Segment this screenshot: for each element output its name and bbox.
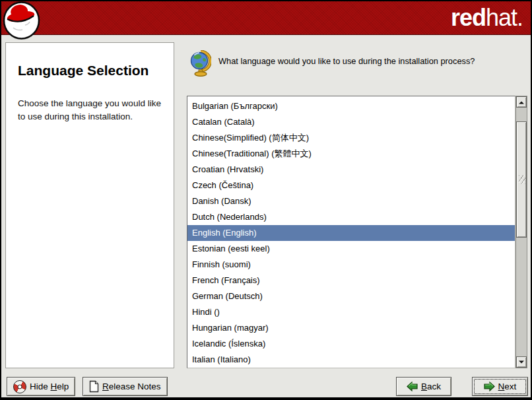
- scroll-down-button[interactable]: [516, 356, 527, 368]
- release-notes-button[interactable]: Release Notes: [83, 377, 168, 396]
- language-list[interactable]: Bulgarian (Български)Catalan (Català)Chi…: [187, 96, 515, 368]
- list-item-selected[interactable]: English (English): [187, 225, 515, 241]
- list-item[interactable]: Croatian (Hrvatski): [187, 162, 515, 178]
- back-button[interactable]: Back: [396, 377, 451, 396]
- list-item[interactable]: Icelandic (Íslenska): [187, 336, 515, 352]
- brand-dot: .: [517, 4, 523, 31]
- redhat-wordmark: redhat.: [451, 3, 523, 32]
- list-item[interactable]: Finnish (suomi): [187, 257, 515, 273]
- arrow-left-icon: [407, 382, 418, 391]
- list-item[interactable]: Italian (Italiano): [187, 352, 515, 368]
- installer-window: redhat. Language Selection Choose the la…: [0, 0, 532, 400]
- scroll-up-button[interactable]: [516, 96, 527, 108]
- list-item[interactable]: Estonian (eesti keel): [187, 241, 515, 257]
- next-button[interactable]: Next: [472, 377, 528, 396]
- help-panel: Language Selection Choose the language y…: [5, 42, 174, 368]
- list-item[interactable]: Hungarian (magyar): [187, 320, 515, 336]
- back-label: Back: [421, 382, 441, 391]
- question-text: What language would you like to use duri…: [218, 55, 475, 67]
- list-item[interactable]: German (Deutsch): [187, 288, 515, 304]
- language-list-scrollbar[interactable]: [515, 96, 527, 368]
- list-item[interactable]: Czech (Čeština): [187, 178, 515, 193]
- help-lifering-icon: [13, 380, 26, 393]
- help-text: Choose the language you would like to us…: [18, 97, 168, 124]
- hide-help-label: Hide Help: [30, 382, 69, 391]
- list-item[interactable]: Bulgarian (Български): [187, 98, 515, 114]
- triangle-up-icon: [519, 98, 524, 104]
- scrollbar-thumb[interactable]: [516, 121, 527, 238]
- arrow-right-icon: [484, 382, 495, 391]
- list-item[interactable]: Hindi (): [187, 304, 515, 320]
- document-icon: [89, 380, 99, 393]
- list-item[interactable]: Catalan (Català): [187, 114, 515, 130]
- brand-hat: hat: [486, 4, 517, 31]
- release-notes-label: Release Notes: [102, 382, 161, 391]
- question-row: What language would you like to use duri…: [190, 50, 475, 77]
- globe-icon: [190, 50, 211, 77]
- next-label: Next: [498, 382, 517, 391]
- list-item[interactable]: Dutch (Nederlands): [187, 209, 515, 225]
- list-item[interactable]: Chinese(Traditional) (繁體中文): [187, 146, 515, 162]
- header-banner: redhat.: [1, 1, 531, 35]
- list-item[interactable]: Chinese(Simplified) (简体中文): [187, 130, 515, 146]
- list-item[interactable]: French (Français): [187, 273, 515, 288]
- hide-help-button[interactable]: Hide Help: [7, 377, 75, 396]
- triangle-down-icon: [519, 360, 524, 366]
- redhat-shadowman-logo-icon: [3, 1, 40, 40]
- list-item[interactable]: Danish (Dansk): [187, 193, 515, 209]
- thumb-grip: [519, 176, 525, 184]
- brand-red: red: [451, 4, 486, 31]
- page-title: Language Selection: [18, 63, 162, 79]
